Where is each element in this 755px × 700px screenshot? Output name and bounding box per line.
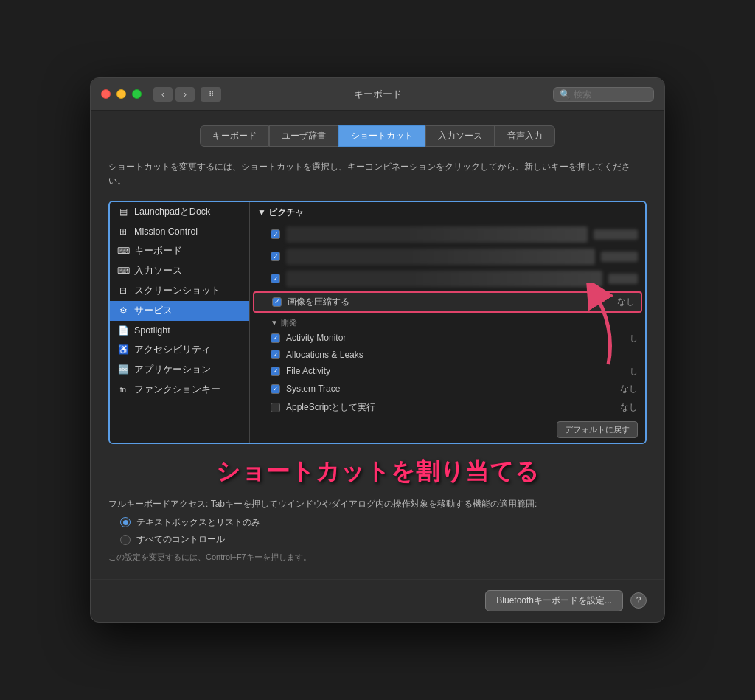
- right-panel: ▼ ピクチャ: [250, 202, 645, 443]
- checkbox-file-activity[interactable]: [271, 367, 280, 376]
- tab-voice-input[interactable]: 音声入力: [495, 125, 555, 147]
- main-window: ‹ › ⠿ キーボード 🔍 キーボード ユーザ辞書 ショートカット 入力ソース …: [90, 77, 665, 623]
- window-title: キーボード: [354, 88, 402, 101]
- hint-text: この設定を変更するには、Control+F7キーを押します。: [108, 551, 647, 564]
- checkbox-applescript[interactable]: [271, 403, 280, 412]
- input-source-icon: ⌨: [117, 265, 129, 277]
- dev-chevron: ▼: [271, 319, 278, 327]
- shortcut-label-compress: 画像を圧縮する: [288, 296, 611, 308]
- search-box[interactable]: 🔍: [553, 87, 654, 102]
- radio-label-text-list: テキストボックスとリストのみ: [136, 516, 260, 530]
- sidebar-item-label: LaunchpadとDock: [134, 206, 210, 218]
- zoom-button[interactable]: [132, 89, 142, 99]
- applications-icon: 🔤: [117, 364, 129, 375]
- key-activity-monitor: し: [630, 333, 638, 344]
- blurred-key-2: [601, 252, 638, 262]
- grid-button[interactable]: ⠿: [201, 87, 221, 102]
- sidebar-item-keyboard[interactable]: ⌨ キーボード: [110, 241, 249, 261]
- blurred-key-1: [594, 229, 638, 240]
- default-button[interactable]: デフォルトに戻す: [557, 421, 638, 438]
- radio-dot-text-list: [120, 517, 131, 527]
- checkbox-activity-monitor[interactable]: [271, 333, 280, 343]
- main-panel: ▤ LaunchpadとDock ⊞ Mission Control ⌨ キーボ…: [108, 201, 647, 444]
- shortcut-row-blurred1: [250, 223, 645, 246]
- label-system-trace: System Trace: [286, 384, 614, 394]
- blurred-item-2: [286, 249, 595, 265]
- overlay-text: ショートカットを割り当てる: [108, 456, 647, 488]
- screenshot-icon: ⊟: [117, 285, 129, 297]
- close-button[interactable]: [101, 89, 111, 99]
- sidebar-item-services[interactable]: ⚙ サービス: [110, 301, 249, 321]
- blurred-item-1: [286, 226, 588, 243]
- default-button-row: デフォルトに戻す: [250, 417, 645, 443]
- search-input[interactable]: [574, 89, 647, 100]
- radio-label-all-controls: すべてのコントロール: [136, 533, 225, 547]
- sidebar-item-launchpad[interactable]: ▤ LaunchpadとDock: [110, 202, 249, 222]
- shortcut-row-applescript[interactable]: AppleScriptとして実行 なし: [250, 398, 645, 417]
- minimize-button[interactable]: [116, 89, 126, 99]
- pictures-section-header: ▼ ピクチャ: [250, 202, 645, 223]
- tab-keyboard[interactable]: キーボード: [200, 125, 269, 147]
- sidebar-item-screenshot[interactable]: ⊟ スクリーンショット: [110, 281, 249, 301]
- checkbox-highlighted[interactable]: [272, 297, 282, 307]
- key-file-activity: し: [630, 366, 638, 377]
- tab-user-dict[interactable]: ユーザ辞書: [269, 125, 338, 147]
- bottom-bar: Bluetoothキーボードを設定... ?: [91, 579, 664, 622]
- pictures-section-label: ▼ ピクチャ: [257, 207, 304, 219]
- checkbox-blurred1[interactable]: [271, 229, 280, 239]
- sidebar-item-label: ファンクションキー: [134, 384, 220, 396]
- tabs: キーボード ユーザ辞書 ショートカット 入力ソース 音声入力: [108, 125, 647, 147]
- sidebar-item-label: キーボード: [134, 245, 182, 257]
- sidebar-item-mission-control[interactable]: ⊞ Mission Control: [110, 222, 249, 241]
- accessibility-icon: ♿: [117, 344, 129, 356]
- sidebar-item-function-keys[interactable]: fn ファンクションキー: [110, 380, 249, 400]
- forward-button[interactable]: ›: [175, 87, 195, 102]
- keyboard-icon: ⌨: [117, 245, 129, 257]
- sidebar-item-input-source[interactable]: ⌨ 入力ソース: [110, 261, 249, 281]
- checkbox-blurred3[interactable]: [271, 274, 280, 283]
- sidebar-item-label: サービス: [134, 305, 173, 317]
- sidebar-item-applications[interactable]: 🔤 アプリケーション: [110, 360, 249, 380]
- arrow-icon: [564, 283, 623, 372]
- key-system-trace: なし: [620, 383, 638, 395]
- sidebar: ▤ LaunchpadとDock ⊞ Mission Control ⌨ キーボ…: [110, 202, 250, 443]
- fullkbd-title: フルキーボードアクセス: Tabキーを押してウインドウやダイアログ内の操作対象を…: [108, 497, 647, 511]
- radio-dot-all-controls: [120, 535, 131, 545]
- sidebar-item-label: スクリーンショット: [134, 285, 220, 297]
- nav-buttons: ‹ › ⠿: [153, 87, 221, 102]
- fullkbd-section: フルキーボードアクセス: Tabキーを押してウインドウやダイアログ内の操作対象を…: [108, 497, 647, 564]
- sidebar-item-label: アプリケーション: [134, 364, 211, 376]
- sidebar-item-label: 入力ソース: [134, 265, 182, 277]
- sidebar-item-label: Spotlight: [134, 325, 170, 336]
- radio-all-controls[interactable]: すべてのコントロール: [120, 533, 647, 547]
- right-panel-inner: ▼ ピクチャ: [250, 202, 645, 443]
- sidebar-item-spotlight[interactable]: 📄 Spotlight: [110, 321, 249, 340]
- bluetooth-button[interactable]: Bluetoothキーボードを設定...: [485, 590, 623, 611]
- label-applescript: AppleScriptとして実行: [286, 401, 614, 414]
- tab-input-source[interactable]: 入力ソース: [425, 125, 495, 147]
- key-applescript: なし: [620, 401, 638, 414]
- description: ショートカットを変更するには、ショートカットを選択し、キーコンビネーションをクリ…: [108, 160, 647, 188]
- titlebar: ‹ › ⠿ キーボード 🔍: [91, 78, 664, 111]
- services-icon: ⚙: [117, 305, 129, 316]
- radio-text-list[interactable]: テキストボックスとリストのみ: [120, 516, 647, 530]
- spotlight-icon: 📄: [117, 325, 129, 336]
- dev-section-label: 開発: [281, 317, 297, 328]
- tab-shortcuts[interactable]: ショートカット: [338, 125, 425, 147]
- shortcut-row-blurred2: [250, 246, 645, 268]
- back-button[interactable]: ‹: [153, 87, 173, 102]
- search-icon: 🔍: [560, 89, 571, 100]
- sidebar-item-accessibility[interactable]: ♿ アクセシビリティ: [110, 340, 249, 360]
- blurred-key-3: [608, 274, 638, 284]
- checkbox-blurred2[interactable]: [271, 252, 280, 261]
- traffic-lights: [101, 89, 142, 99]
- blurred-item-3: [286, 271, 602, 287]
- checkbox-allocations[interactable]: [271, 350, 280, 359]
- checkbox-system-trace[interactable]: [271, 384, 280, 394]
- sidebar-item-label: Mission Control: [134, 226, 198, 237]
- help-button[interactable]: ?: [630, 592, 647, 609]
- sidebar-item-label: アクセシビリティ: [134, 344, 211, 356]
- shortcut-row-system-trace[interactable]: System Trace なし: [250, 380, 645, 398]
- mission-control-icon: ⊞: [117, 226, 129, 238]
- function-keys-icon: fn: [117, 384, 129, 395]
